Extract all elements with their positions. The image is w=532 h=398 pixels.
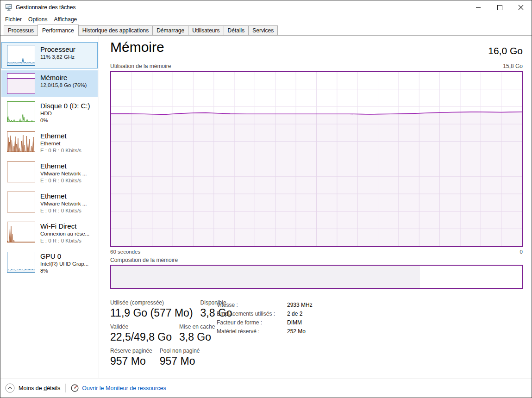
tabs: ProcessusPerformanceHistorique des appli… xyxy=(4,25,277,36)
tab-utilisateurs[interactable]: Utilisateurs xyxy=(188,25,224,36)
stat-cell: Mise en cache3,8 Go xyxy=(179,323,215,344)
stat-value: 3,8 Go xyxy=(179,330,215,344)
memory-usage-chart[interactable] xyxy=(110,71,523,247)
sidebar-item-subtitle: HDD xyxy=(40,110,90,117)
sidebar-item-text: Wi-Fi DirectConnexion au rése...E : 0 R … xyxy=(40,222,89,244)
footer-divider xyxy=(65,384,66,392)
detail-value: 2933 MHz xyxy=(287,302,313,308)
menu-item-affichage[interactable]: Affichage xyxy=(50,15,80,24)
usage-chart-label: Utilisation de la mémoire xyxy=(110,63,171,69)
detail-value: 2 de 2 xyxy=(287,311,302,317)
sidebar-item-subtitle: Intel(R) UHD Grap... xyxy=(40,261,88,267)
composition-label: Composition de la mémoire xyxy=(110,257,178,263)
tab-services[interactable]: Services xyxy=(248,25,278,36)
stat-row: Réserve paginée957 MoPool non paginé957 … xyxy=(110,348,232,368)
sidebar-item-text: GPU 0Intel(R) UHD Grap...8% xyxy=(40,252,88,274)
stat-value: 957 Mo xyxy=(110,354,152,368)
sidebar-item-title: Ethernet xyxy=(40,131,81,140)
memory-composition-bar[interactable] xyxy=(110,265,523,289)
stat-label: Mise en cache xyxy=(179,323,215,330)
menu-item-fichier[interactable]: Fichier xyxy=(2,15,25,24)
stats-left: Utilisée (compressée)11,9 Go (577 Mo)Dis… xyxy=(110,299,232,372)
stat-cell: Utilisée (compressée)11,9 Go (577 Mo) xyxy=(110,299,193,320)
tab-details[interactable]: Détails xyxy=(224,25,249,36)
sidebar-item-subtitle: VMware Network ... xyxy=(40,200,87,207)
sidebar-item-subtitle: E : 0 R : 0 Kbits/s xyxy=(40,237,89,244)
fewer-details-label: Moins de détails xyxy=(19,385,60,392)
menu-item-options[interactable]: Options xyxy=(25,15,50,24)
minimize-button[interactable] xyxy=(468,0,489,14)
sidebar-item-subtitle: 0% xyxy=(40,117,90,124)
sidebar-item-ethernet-3[interactable]: EthernetVMware Network ...E : 0 R : 0 Kb… xyxy=(1,189,98,217)
sidebar-item-processeur[interactable]: Processeur11% 3,82 GHz xyxy=(1,42,98,68)
sidebar-item-subtitle: 12,0/15,8 Go (76%) xyxy=(40,82,87,89)
thumb-graph-ethernet-1 xyxy=(7,131,35,152)
sidebar-item-title: GPU 0 xyxy=(40,252,88,261)
time-span-label: 60 secondes xyxy=(110,249,140,255)
tab-strip: ProcessusPerformanceHistorique des appli… xyxy=(0,25,532,36)
sidebar-item-title: Processeur xyxy=(40,45,75,54)
sidebar-item-wifi-direct[interactable]: Wi-Fi DirectConnexion au rése...E : 0 R … xyxy=(1,219,98,247)
sidebar-item-title: Disque 0 (D: C:) xyxy=(40,101,90,110)
stat-row: Validée22,5/49,8 GoMise en cache3,8 Go xyxy=(110,323,232,344)
tab-historique[interactable]: Historique des applications xyxy=(78,25,153,36)
menu-bar: FichierOptionsAffichage xyxy=(0,14,532,25)
sidebar-item-text: EthernetEthernetE : 0 R : 0 Kbits/s xyxy=(40,131,81,154)
detail-row: Emplacements utilisés :2 de 2 xyxy=(217,310,313,318)
maximize-icon xyxy=(497,5,502,10)
stat-label: Pool non paginé xyxy=(160,348,200,354)
maximize-button[interactable] xyxy=(489,0,510,14)
thumb-graph-wifi-direct xyxy=(7,222,35,243)
detail-label: Facteur de forme : xyxy=(217,318,287,327)
total-memory-value: 16,0 Go xyxy=(488,45,523,56)
detail-row: Facteur de forme :DIMM xyxy=(217,318,313,327)
sidebar-item-subtitle: Ethernet xyxy=(40,140,81,147)
tab-processus[interactable]: Processus xyxy=(4,25,38,36)
thumb-graph-gpu-0 xyxy=(7,252,35,273)
detail-label: Vitesse : xyxy=(217,301,287,310)
sidebar-item-text: Mémoire12,0/15,8 Go (76%) xyxy=(40,73,87,89)
chevron-up-icon xyxy=(5,383,15,393)
stat-label: Réserve paginée xyxy=(110,348,152,354)
stat-label: Utilisée (compressée) xyxy=(110,299,193,306)
open-resource-monitor-link[interactable]: Ouvrir le Moniteur de ressources xyxy=(71,384,166,392)
tab-demarrage[interactable]: Démarrage xyxy=(152,25,188,36)
sidebar-item-title: Mémoire xyxy=(40,73,87,82)
composition-segment-free xyxy=(423,266,522,288)
close-button[interactable] xyxy=(510,0,532,14)
composition-segment-modified xyxy=(420,266,423,288)
stat-cell: Validée22,5/49,8 Go xyxy=(110,323,172,344)
status-bar: Moins de détails Ouvrir le Moniteur de r… xyxy=(0,378,532,398)
sidebar-item-memoire[interactable]: Mémoire12,0/15,8 Go (76%) xyxy=(1,70,98,97)
stat-value: 11,9 Go (577 Mo) xyxy=(110,306,193,320)
sidebar-item-subtitle: 8% xyxy=(40,267,88,274)
detail-row: Matériel réservé :252 Mo xyxy=(217,327,313,336)
sidebar-item-ethernet-1[interactable]: EthernetEthernetE : 0 R : 0 Kbits/s xyxy=(1,129,98,157)
memory-usage-area xyxy=(111,112,522,246)
sidebar-item-title: Ethernet xyxy=(40,162,87,170)
close-icon xyxy=(518,5,524,10)
sidebar-item-ethernet-2[interactable]: EthernetVMware Network ...E : 0 R : 0 Kb… xyxy=(1,159,98,187)
composition-segment-used xyxy=(111,266,420,288)
sidebar-item-title: Wi-Fi Direct xyxy=(40,222,89,230)
resource-monitor-icon xyxy=(71,384,79,392)
stat-row: Utilisée (compressée)11,9 Go (577 Mo)Dis… xyxy=(110,299,232,320)
thumb-graph-memoire xyxy=(7,73,35,94)
tab-performance[interactable]: Performance xyxy=(38,25,79,36)
memory-panel: Mémoire 16,0 Go Utilisation de la mémoir… xyxy=(110,36,523,378)
sidebar-item-gpu-0[interactable]: GPU 0Intel(R) UHD Grap...8% xyxy=(1,249,98,277)
fewer-details-button[interactable]: Moins de détails xyxy=(5,383,60,393)
stat-label: Validée xyxy=(110,323,172,330)
sidebar-item-subtitle: VMware Network ... xyxy=(40,170,87,177)
title-bar: Gestionnaire des tâches xyxy=(0,0,532,14)
open-resource-monitor-label: Ouvrir le Moniteur de ressources xyxy=(82,385,166,392)
usage-chart-max: 15,8 Go xyxy=(503,63,523,69)
sidebar-item-text: EthernetVMware Network ...E : 0 R : 0 Kb… xyxy=(40,162,87,184)
stat-cell: Pool non paginé957 Mo xyxy=(160,348,200,368)
thumb-graph-ethernet-2 xyxy=(7,162,35,182)
sidebar-item-text: Disque 0 (D: C:)HDD0% xyxy=(40,101,90,124)
sidebar-item-subtitle: E : 0 R : 0 Kbits/s xyxy=(40,147,81,154)
sidebar-item-disque-0[interactable]: Disque 0 (D: C:)HDD0% xyxy=(1,99,98,127)
sidebar-item-subtitle: E : 0 R : 0 Kbits/s xyxy=(40,207,87,214)
sidebar-item-subtitle: 11% 3,82 GHz xyxy=(40,54,75,61)
